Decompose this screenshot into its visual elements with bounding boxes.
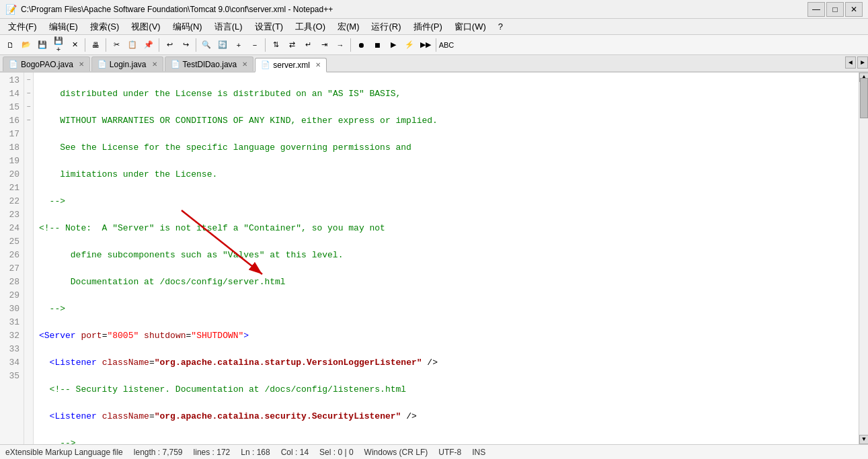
tab-bogopao-close[interactable]: ✕ xyxy=(79,60,84,68)
tab-serverxml[interactable]: 📄 server.xml ✕ xyxy=(255,58,327,73)
close-button[interactable]: ✕ xyxy=(845,2,863,17)
tab-serverxml-icon: 📄 xyxy=(261,60,270,69)
menu-window[interactable]: 窗口(W) xyxy=(449,19,491,34)
tab-scroll-controls: ◄ ► xyxy=(845,56,868,69)
tab-serverxml-close[interactable]: ✕ xyxy=(315,61,321,69)
menu-search[interactable]: 搜索(S) xyxy=(85,19,124,34)
status-bar: eXtensible Markup Language file length :… xyxy=(0,444,868,459)
status-lines: lines : 172 xyxy=(194,448,231,457)
tb-save-all[interactable]: 💾+ xyxy=(51,38,66,52)
tb-close[interactable]: ✕ xyxy=(67,38,82,52)
line-num-27: 27 xyxy=(3,262,19,276)
code-line-26: --> xyxy=(39,437,859,444)
menu-edit[interactable]: 编辑(E) xyxy=(44,19,83,34)
code-line-20: Documentation at /docs/config/server.htm… xyxy=(39,276,859,289)
tab-bogopao-icon: 📄 xyxy=(9,60,18,69)
tb-zoom-out[interactable]: − xyxy=(247,38,262,52)
tb-run[interactable]: ▶▶ xyxy=(418,38,433,52)
tb-print[interactable]: 🖶 xyxy=(88,38,103,52)
code-line-22: <Server port="8005" shutdown="SHUTDOWN"> xyxy=(39,329,859,343)
tab-bogopao[interactable]: 📄 BogoPAO.java ✕ xyxy=(3,56,90,71)
tab-login[interactable]: 📄 Login.java ✕ xyxy=(91,56,163,71)
toolbar-sep4 xyxy=(196,38,196,52)
window-title: C:\Program Files\Apache Software Foundat… xyxy=(21,5,333,14)
code-line-15: See the License for the specific languag… xyxy=(39,141,859,155)
tb-sync-h[interactable]: ⇄ xyxy=(284,38,299,52)
tb-wrap[interactable]: ↵ xyxy=(301,38,315,52)
menu-plugins[interactable]: 插件(P) xyxy=(408,19,448,34)
editor: 13 14 15 16 17 18 19 20 21 22 23 24 25 2… xyxy=(0,73,868,444)
tab-testdl-label: TestDlDao.java xyxy=(183,60,237,69)
menu-settings[interactable]: 设置(T) xyxy=(249,19,289,34)
scrollbar-down-arrow[interactable]: ▼ xyxy=(859,435,868,444)
line-num-25: 25 xyxy=(3,235,19,249)
menu-encoding[interactable]: 编码(N) xyxy=(167,19,208,34)
tb-indent[interactable]: ⇥ xyxy=(317,38,331,52)
line-num-28: 28 xyxy=(3,276,19,289)
tb-redo[interactable]: ↪ xyxy=(178,38,193,52)
line-num-16: 16 xyxy=(3,114,19,128)
tab-scroll-right[interactable]: ► xyxy=(857,56,868,69)
line-num-17: 17 xyxy=(3,128,19,141)
maximize-button[interactable]: □ xyxy=(826,2,844,17)
tb-replace[interactable]: 🔄 xyxy=(215,38,230,52)
code-line-25: <Listener className="org.apache.catalina… xyxy=(39,410,859,423)
tb-paste[interactable]: 📌 xyxy=(141,38,156,52)
status-eol: Windows (CR LF) xyxy=(364,448,428,457)
app-icon: 📝 xyxy=(5,4,17,15)
toolbar-sep3 xyxy=(159,38,159,52)
code-line-18: <!-- Note: A "Server" is not itself a "C… xyxy=(39,222,859,235)
tab-login-close[interactable]: ✕ xyxy=(152,60,157,68)
tab-testdl-icon: 📄 xyxy=(171,60,180,69)
toolbar-sep6 xyxy=(350,38,351,52)
code-line-14: WITHOUT WARRANTIES OR CONDITIONS OF ANY … xyxy=(39,114,859,128)
tb-cut[interactable]: ✂ xyxy=(109,38,124,52)
line-num-18: 18 xyxy=(3,141,19,155)
tab-login-icon: 📄 xyxy=(97,60,107,69)
tb-sync-v[interactable]: ⇅ xyxy=(268,38,283,52)
tb-copy[interactable]: 📋 xyxy=(125,38,140,52)
tb-extra1[interactable]: ABC xyxy=(439,38,454,52)
line-num-21: 21 xyxy=(3,181,19,195)
minimize-button[interactable]: — xyxy=(807,2,825,17)
tb-save[interactable]: 💾 xyxy=(35,38,50,52)
status-file-type: eXtensible Markup Language file xyxy=(5,448,123,457)
status-sel: Sel : 0 | 0 xyxy=(319,448,354,457)
tb-search[interactable]: 🔍 xyxy=(199,38,214,52)
tb-macro-rec[interactable]: ⏺ xyxy=(354,38,368,52)
code-line-17: --> xyxy=(39,195,859,208)
line-num-20: 20 xyxy=(3,168,19,181)
code-line-19: define subcomponents such as "Valves" at… xyxy=(39,249,859,262)
tb-indent2[interactable]: → xyxy=(333,38,348,52)
line-num-19: 19 xyxy=(3,155,19,168)
menu-view[interactable]: 视图(V) xyxy=(126,19,165,34)
tab-testdl-close[interactable]: ✕ xyxy=(242,60,247,68)
tb-run-script[interactable]: ⚡ xyxy=(402,38,417,52)
tb-undo[interactable]: ↩ xyxy=(162,38,177,52)
tab-bogopao-label: BogoPAO.java xyxy=(21,60,73,69)
tb-zoom-in[interactable]: + xyxy=(231,38,246,52)
vertical-scrollbar[interactable]: ▲ ▼ xyxy=(859,73,868,444)
menu-run[interactable]: 运行(R) xyxy=(366,19,406,34)
tb-macro-stop[interactable]: ⏹ xyxy=(370,38,385,52)
tab-testdl[interactable]: 📄 TestDlDao.java ✕ xyxy=(165,56,254,71)
line-numbers: 13 14 15 16 17 18 19 20 21 22 23 24 25 2… xyxy=(0,73,24,444)
menu-language[interactable]: 语言(L) xyxy=(209,19,248,34)
tab-serverxml-label: server.xml xyxy=(273,60,310,70)
line-num-14: 14 xyxy=(3,87,19,101)
tb-macro-play[interactable]: ▶ xyxy=(386,38,401,52)
tb-new[interactable]: 🗋 xyxy=(3,38,17,52)
code-line-23: <Listener className="org.apache.catalina… xyxy=(39,356,859,370)
menu-file[interactable]: 文件(F) xyxy=(3,19,42,34)
menu-help[interactable]: ? xyxy=(493,20,508,33)
menu-tools[interactable]: 工具(O) xyxy=(290,19,331,34)
line-num-31: 31 xyxy=(3,316,19,329)
code-area[interactable]: distributed under the License is distrib… xyxy=(34,73,859,444)
toolbar-sep2 xyxy=(106,38,106,52)
line-num-35: 35 xyxy=(3,370,19,383)
toolbar-sep7 xyxy=(436,38,436,52)
tab-scroll-left[interactable]: ◄ xyxy=(845,56,856,69)
menu-macro[interactable]: 宏(M) xyxy=(332,19,365,34)
scrollbar-thumb-v[interactable] xyxy=(860,78,868,118)
tb-open[interactable]: 📂 xyxy=(19,38,34,52)
